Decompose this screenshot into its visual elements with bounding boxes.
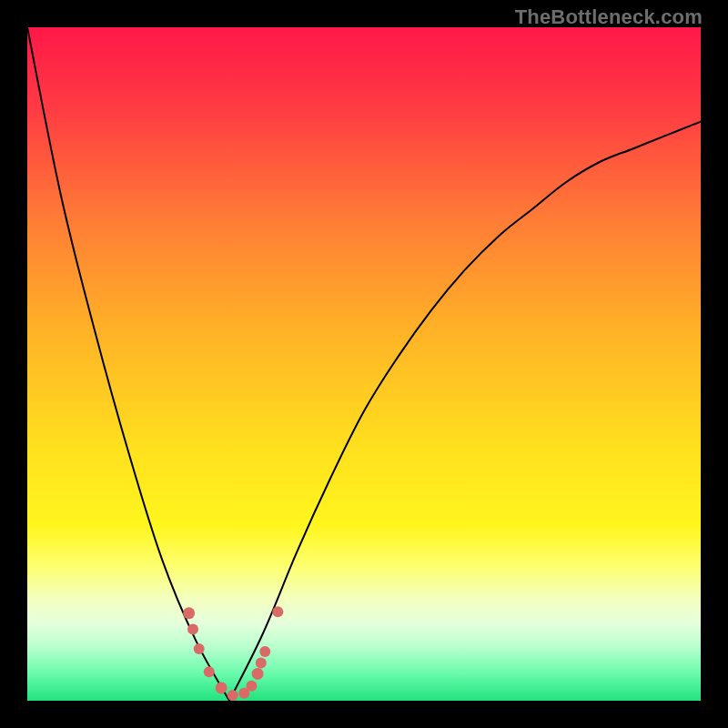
watermark-text: TheBottleneck.com <box>515 5 703 29</box>
plot-area <box>27 27 701 701</box>
data-marker <box>246 681 257 692</box>
curve-right-branch <box>229 122 701 701</box>
data-marker <box>252 668 264 680</box>
curves-layer <box>27 27 701 701</box>
data-marker <box>259 646 270 657</box>
data-marker <box>194 643 205 654</box>
curve-left-branch <box>27 27 229 701</box>
data-marker <box>228 690 238 701</box>
chart-root: TheBottleneck.com <box>0 0 728 728</box>
data-marker <box>272 606 283 617</box>
data-marker <box>216 682 228 693</box>
data-marker <box>256 658 267 669</box>
data-marker <box>187 624 198 635</box>
data-marker <box>204 666 215 677</box>
data-marker <box>183 607 195 619</box>
